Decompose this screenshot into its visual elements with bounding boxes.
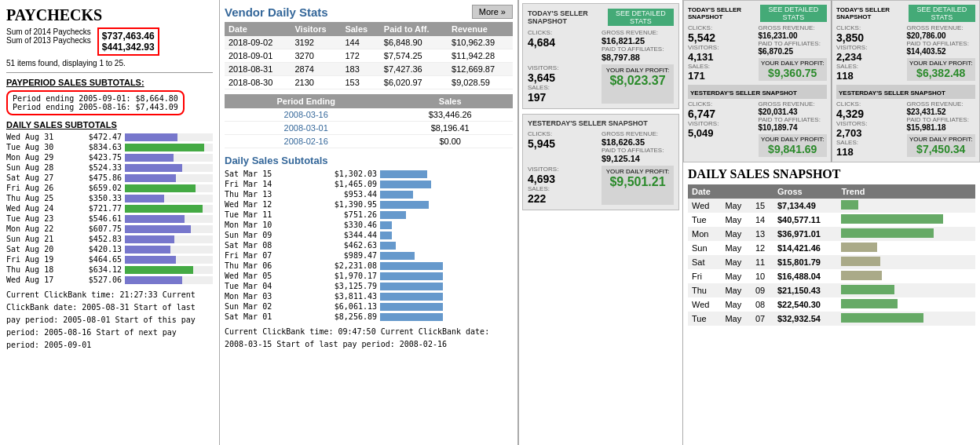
right1-today-detail[interactable]: SEE DETAILED STATS [760,5,827,22]
vendor-table-header: DateVisitorsSalesPaid to Aff.Revenue [225,22,513,36]
yesterday-snap-title: YESTERDAY'S SELLER SNAPSHOT [528,119,648,127]
more-button[interactable]: More » [472,5,513,19]
daily-sales-snapshot: Daily Sales Snapshot Date Gross Trend We… [683,162,980,445]
left-info-text: Current ClickBank time: 21:27:33 Current… [6,289,213,352]
daily-snapshot-row: Tue May 14 $40,577.11 [688,213,975,227]
left-daily-row: Sat Aug 27 $475.86 [6,173,213,182]
sum2014-label: Sum of 2014 Paychecks [6,27,91,36]
today-right2: TODAY'S SELLER SNAPSHOT SEE DETAILED STA… [836,5,975,82]
mid-daily-row: Thu Mar 06 $2,231.08 [225,261,513,270]
left-daily-row: Wed Aug 17 $527.06 [6,275,213,284]
mid-daily-row: Tue Mar 11 $751.26 [225,210,513,219]
today-right1: TODAY'S SELLER SNAPSHOT SEE DETAILED STA… [688,5,827,82]
mid-daily-row: Sun Mar 02 $6,061.13 [225,302,513,311]
today-snap-header: TODAY'S SELLER SNAPSHOT SEE DETAILED STA… [528,9,674,26]
daily-snapshot-tbody: Wed May 15 $7,134.49 Tue May 14 $40,577.… [688,199,975,326]
left-daily-row: Fri Aug 19 $464.65 [6,255,213,264]
vendor-table-row: 2018-09-023192144$6,848.90$10,962.39 [225,36,513,49]
left-panel: Paychecks Sum of 2014 Paychecks Sum of 2… [0,0,220,445]
daily-snapshot-row: Sun May 12 $14,421.46 [688,241,975,255]
yesterday-gross: GROSS REVENUE: $18,626.35 PAID TO AFFILI… [602,130,674,163]
left-daily-row: Thu Aug 25 $350.33 [6,194,213,202]
daily-snapshot-row: Wed May 08 $22,540.30 [688,297,975,312]
today-detail-btn[interactable]: SEE DETAILED STATS [608,9,674,26]
mid-daily-row: Thu Mar 13 $953.44 [225,190,513,199]
mid-daily-row: Wed Mar 05 $1,970.17 [225,272,513,280]
right2-today-detail[interactable]: SEE DETAILED STATS [909,5,975,22]
daily-snapshot-table: Date Gross Trend Wed May 15 $7,134.49 Tu… [688,184,975,326]
mid-daily-rows: Sat Mar 15 $1,302.03 Fri Mar 14 $1,465.0… [225,170,513,321]
daily-snapshot-row: Thu May 09 $21,150.43 [688,283,975,297]
left-daily-rows: Wed Aug 31 $472.47 Tue Aug 30 $834.63 Mo… [6,133,213,284]
daily-snapshot-row: Tue May 07 $32,932.54 [688,312,975,326]
yesterday-snap-header: YESTERDAY'S SELLER SNAPSHOT [528,119,674,127]
sum2013-label: Sum of 2013 Paychecks [6,36,91,45]
right-panel: TODAY'S SELLER SNAPSHOT SEE DETAILED STA… [683,0,980,445]
mid-daily-row: Sat Mar 01 $8,256.89 [225,312,513,321]
daily-snapshot-row: Sat May 11 $15,801.79 [688,255,975,269]
left-daily-row: Wed Aug 31 $472.47 [6,133,213,141]
daily-sub-title: Daily Sales Subtotals [225,155,513,166]
right-snap-1: TODAY'S SELLER SNAPSHOT SEE DETAILED STA… [683,0,832,162]
mid-daily-row: Mon Mar 03 $3,811.43 [225,292,513,301]
today-snap-title: TODAY'S SELLER SNAPSHOT [528,9,608,25]
paychecks-count: 51 items found, displaying 1 to 25. [6,59,213,67]
right-top: TODAY'S SELLER SNAPSHOT SEE DETAILED STA… [683,0,980,162]
yesterday-right2-header: YESTERDAY'S SELLER SNAPSHOT [836,85,975,99]
left-daily-row: Sun Aug 21 $452.83 [6,235,213,243]
period-table-header: Period EndingSales [225,94,513,108]
daily-snapshot-header: Date Gross Trend [688,184,975,199]
yesterday-visitors: VISITORS: 4,693 SALES: 222 [528,166,600,205]
daily-sales-title: Daily Sales Subtotals [6,120,213,129]
left-daily-row: Mon Aug 29 $423.75 [6,153,213,162]
sum2013-value: $441,342.93 [102,42,155,53]
vendor-table-row: 2018-09-013270172$7,574.25$11,942.28 [225,49,513,63]
mid-daily-row: Fri Mar 07 $989.47 [225,251,513,260]
period-table-row: 2008-03-01$8,196.41 [225,122,513,135]
left-daily-row: Sat Aug 20 $420.13 [6,245,213,254]
period-table-row: 2008-02-16$0.00 [225,135,513,148]
center-snapshots: TODAY'S SELLER SNAPSHOT SEE DETAILED STA… [518,0,683,445]
yesterday-clicks: CLICKS: 5,945 [528,130,600,163]
left-daily-row: Fri Aug 26 $659.02 [6,184,213,192]
mid-daily-row: Fri Mar 14 $1,465.09 [225,180,513,188]
period-table-body: 2008-03-16$33,446.262008-03-01$8,196.412… [225,108,513,148]
yesterday-profit-box: YOUR DAILY PROFIT: $9,501.21 [602,166,674,205]
mid-info-text: Current ClickBank time: 09:47:50 Current… [225,326,513,351]
left-daily-row: Tue Aug 30 $834.63 [6,143,213,151]
payperiod-item-1: Period ending 2005-08-16: $7,443.09 [13,103,178,111]
vendor-table-body: 2018-09-023192144$6,848.90$10,962.392018… [225,36,513,89]
period-table-row: 2008-03-16$33,446.26 [225,108,513,122]
mid-daily-row: Wed Mar 12 $1,390.95 [225,200,513,209]
mid-daily-row: Sat Mar 15 $1,302.03 [225,170,513,178]
left-daily-row: Mon Aug 22 $607.75 [6,224,213,233]
left-daily-row: Tue Aug 23 $546.61 [6,214,213,223]
period-table: Period EndingSales 2008-03-16$33,446.262… [225,94,513,148]
today-snapshot-center: TODAY'S SELLER SNAPSHOT SEE DETAILED STA… [522,3,679,109]
payperiod-item-0: Period ending 2005-09-01: $8,664.80 [13,94,178,103]
left-daily-row: Sun Aug 28 $524.33 [6,163,213,172]
daily-snapshot-row: Mon May 13 $36,971.01 [688,227,975,241]
left-daily-row: Wed Aug 24 $721.77 [6,204,213,213]
vendor-table: DateVisitorsSalesPaid to Aff.Revenue 201… [225,22,513,89]
left-daily-row: Thu Aug 18 $634.12 [6,265,213,274]
payperiod-title: Payperiod Sales Subtotals: [6,78,213,87]
today-clicks: CLICKS: 4,684 [528,29,600,62]
sum2014-value: $737,463.46 [102,31,155,42]
today-gross: GROSS REVENUE: $16,821.25 PAID TO AFFILI… [602,29,674,62]
mid-daily-row: Mon Mar 10 $330.46 [225,221,513,229]
middle-panel: Vendor Daily Stats More » DateVisitorsSa… [220,0,518,445]
vendor-table-row: 2018-08-312874183$7,427.36$12,669.87 [225,63,513,76]
mid-daily-row: Sat Mar 08 $462.63 [225,241,513,250]
daily-snapshot-title: Daily Sales Snapshot [688,167,975,181]
mid-daily-row: Sun Mar 09 $344.44 [225,231,513,239]
daily-snapshot-row: Wed May 15 $7,134.49 [688,199,975,213]
yesterday-right1-header: YESTERDAY'S SELLER SNAPSHOT [688,85,827,99]
vendor-header: Vendor Daily Stats More » [225,5,513,19]
daily-snapshot-row: Fri May 10 $16,488.04 [688,269,975,283]
vendor-table-row: 2018-08-302130153$6,020.97$9,028.59 [225,76,513,89]
yesterday-snapshot-center: YESTERDAY'S SELLER SNAPSHOT CLICKS: 5,94… [522,114,679,210]
today-visitors: VISITORS: 3,645 SALES: 197 [528,64,600,104]
today-profit-box: YOUR DAILY PROFIT: $8,023.37 [602,64,674,104]
paychecks-title: Paychecks [6,6,213,24]
